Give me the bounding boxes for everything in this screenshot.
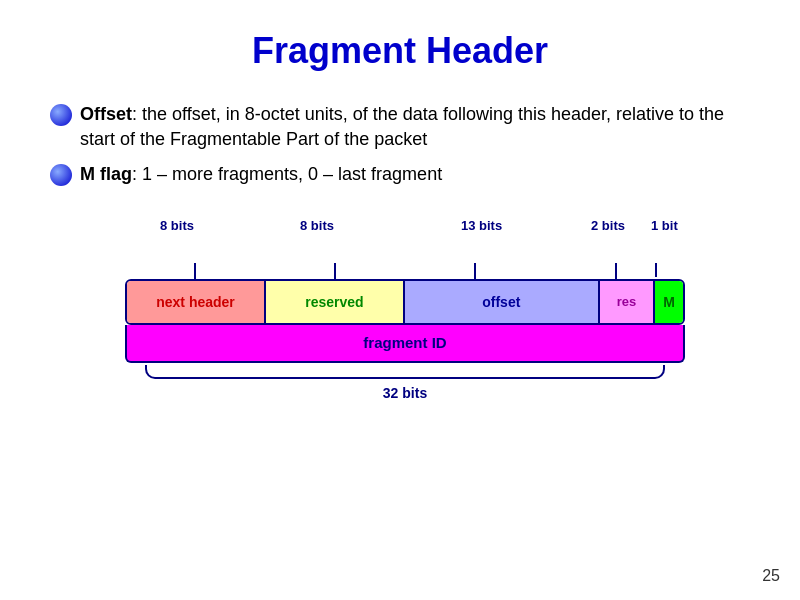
bits-bottom-label: 32 bits [383, 385, 427, 401]
mflag-bullet-text: M flag: 1 – more fragments, 0 – last fra… [80, 162, 750, 187]
bits-bottom: 32 bits [125, 385, 685, 401]
bit-label-8a: 8 bits [160, 218, 194, 233]
slide-title: Fragment Header [50, 30, 750, 72]
slide: Fragment Header Offset: the offset, in 8… [0, 0, 800, 600]
arrow-8b [334, 263, 336, 279]
mflag-label: M flag [80, 164, 132, 184]
arrow-container [125, 263, 685, 279]
arrow-13 [474, 263, 476, 279]
page-number: 25 [762, 567, 780, 585]
bullet-section: Offset: the offset, in 8-octet units, of… [50, 102, 750, 188]
brace-container [125, 365, 685, 379]
bit-label-8b: 8 bits [300, 218, 334, 233]
arrow-1 [655, 263, 657, 277]
offset-bullet-text: Offset: the offset, in 8-octet units, of… [80, 102, 750, 152]
offset-bullet-item: Offset: the offset, in 8-octet units, of… [50, 102, 750, 152]
cell-offset: offset [405, 281, 600, 323]
diagram: 8 bits 8 bits 13 bits 2 bits 1 bit [50, 218, 750, 401]
fragment-id-row: fragment ID [125, 325, 685, 363]
cell-reserved: reserved [266, 281, 405, 323]
brace [145, 365, 665, 379]
bit-label-1: 1 bit [651, 218, 678, 233]
bit-label-2: 2 bits [591, 218, 625, 233]
cell-m: M [655, 281, 683, 323]
offset-label: Offset [80, 104, 132, 124]
arrow-2 [615, 263, 617, 279]
cell-next-header: next header [127, 281, 266, 323]
bit-labels-row: 8 bits 8 bits 13 bits 2 bits 1 bit [125, 218, 685, 263]
cell-res: res [600, 281, 656, 323]
fragment-id-label: fragment ID [363, 334, 446, 351]
header-row: next header reserved offset res M [125, 279, 685, 325]
bullet-icon-mflag [50, 164, 72, 186]
bullet-icon-offset [50, 104, 72, 126]
bit-label-13: 13 bits [461, 218, 502, 233]
arrow-8a [194, 263, 196, 279]
mflag-bullet-item: M flag: 1 – more fragments, 0 – last fra… [50, 162, 750, 187]
